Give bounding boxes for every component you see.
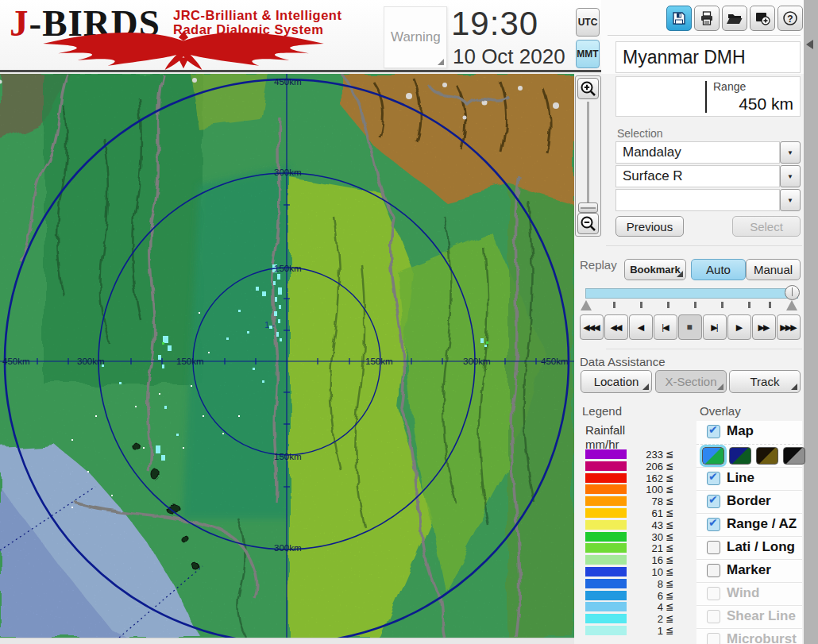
overlay-row-map[interactable]: Map [696,421,802,444]
step-back-button[interactable]: |◀ [654,314,677,340]
replay-slider-thumb[interactable] [785,285,800,300]
rewind-button[interactable]: ◀◀ [604,314,628,340]
product-dropdown[interactable]: Surface R [615,165,780,187]
legend-entry: 1≦ [585,626,689,636]
marker-checkbox[interactable] [707,564,720,577]
location-label: Location [594,375,639,388]
zoom-slider-track[interactable] [587,102,589,213]
legend-entry: 4≦ [585,602,689,612]
fast-forward-3-button[interactable]: ▶▶▶ [777,314,801,340]
overlay-row-range-az[interactable]: Range / AZ [696,513,802,536]
rewind-fast-button[interactable]: ◀◀◀ [580,314,604,340]
print-button[interactable] [694,6,720,31]
map-style-3[interactable] [756,447,778,465]
overlay-row-marker[interactable]: Marker [696,559,802,582]
open-folder-button[interactable] [722,6,747,31]
line-checkbox[interactable] [707,472,720,485]
shear-line-checkbox[interactable] [707,610,720,623]
overlay-row-wind[interactable]: Wind [696,582,802,605]
svg-text:450km: 450km [2,357,30,366]
stop-button[interactable]: ■ [678,314,702,340]
chevron-down-icon: ▼ [787,197,793,204]
add-capture-button[interactable] [750,6,775,31]
microburst-checkbox[interactable] [707,633,720,644]
map-style-1[interactable] [702,447,724,465]
zoom-in-button[interactable] [577,78,599,99]
legend-entry: 6≦ [585,591,689,601]
option-dropdown-button[interactable]: ▼ [780,189,801,211]
site-dropdown[interactable]: Mandalay [615,141,780,164]
help-button[interactable]: ? [777,6,803,31]
auto-button[interactable]: Auto [691,259,746,280]
option-dropdown[interactable] [615,189,780,211]
warning-button[interactable]: Warning [384,6,447,68]
legend-value: 78 [631,496,663,507]
overlay-row-border[interactable]: Border [696,490,802,513]
site-dropdown-button[interactable]: ▼ [780,141,801,164]
replay-label: Replay [580,258,617,272]
fast-forward-button[interactable]: ▶▶ [752,314,776,340]
utc-button[interactable]: UTC [576,8,600,37]
legend-value: 6 [631,590,663,602]
add-capture-icon [754,10,770,26]
manual-button[interactable]: Manual [746,259,801,280]
microburst-label: Microburst [727,631,797,644]
border-label: Border [727,493,771,509]
radar-map-canvas: 1 - 450km [0,74,574,638]
replay-end-marker[interactable] [786,300,797,310]
product-dropdown-button[interactable]: ▼ [780,165,801,187]
map-style-4[interactable] [783,447,805,465]
clock-date: 10 Oct 2020 [453,44,565,69]
legend-lte-symbol: ≦ [666,566,673,577]
legend-swatch [585,520,627,530]
lati-long-checkbox[interactable] [707,541,720,554]
location-button[interactable]: Location [581,370,652,393]
overlay-row-lati-long[interactable]: Lati / Long [696,536,802,559]
border-checkbox[interactable] [707,495,720,508]
panel-collapse-strip[interactable] [804,0,818,644]
jbirds-app: J-BIRDS JRC-Brilliant & Intelligent Rada… [0,0,818,644]
map-style-row [696,444,802,467]
legend-lte-symbol: ≦ [666,496,673,507]
chevron-down-icon: ▼ [787,173,793,180]
xsection-button[interactable]: X-Section [655,370,727,393]
zoom-out-button[interactable] [577,213,599,234]
play-button[interactable]: ▶ [727,314,751,340]
legend-lte-symbol: ≦ [666,461,673,472]
radar-map[interactable]: 1 - 450km [0,74,574,638]
svg-text:150km: 150km [176,357,204,366]
legend-lte-symbol: ≦ [666,601,673,612]
mmt-button[interactable]: MMT [576,40,600,68]
map-style-2[interactable] [729,447,751,465]
legend-value: 100 [631,484,663,496]
step-forward-button[interactable]: ▶| [703,314,727,340]
legend-lte-symbol: ≦ [666,472,673,484]
legend-swatch [585,461,627,471]
collapse-arrow-icon[interactable] [806,40,813,49]
eagle-logo-icon [13,29,354,70]
track-button[interactable]: Track [729,370,801,393]
legend-value: 16 [631,554,663,566]
replay-tick [769,302,771,308]
wind-checkbox[interactable] [707,587,720,600]
overlay-row-shear-line[interactable]: Shear Line [696,605,802,628]
replay-tick [748,302,750,308]
play-backward-button[interactable]: ◀ [629,314,653,340]
legend-swatch [585,484,627,494]
previous-button[interactable]: Previous [615,216,684,237]
zoom-slider-thumb[interactable] [578,202,598,213]
overlay-row-microburst[interactable]: Microburst [696,628,802,644]
legend-swatch [585,449,627,459]
map-checkbox[interactable] [707,425,720,438]
range-az-checkbox[interactable] [707,518,720,531]
select-button[interactable]: Select [732,216,801,237]
corner-arrow-icon [791,384,797,390]
legend-entry: 100≦ [585,484,689,495]
overlay-row-line[interactable]: Line [696,467,802,490]
replay-start-marker[interactable] [581,300,592,310]
replay-progress-track[interactable] [585,288,798,299]
range-label: Range [713,80,746,93]
save-button[interactable] [666,6,692,31]
bookmark-button[interactable]: Bookmark [624,259,686,280]
legend-entry: 233≦ [585,449,689,460]
